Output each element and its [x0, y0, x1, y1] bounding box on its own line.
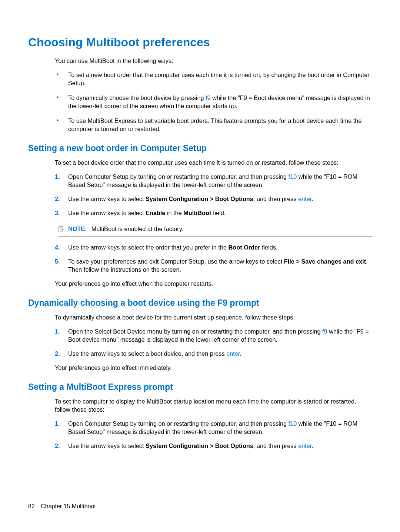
- list-item: Open Computer Setup by turning on or res…: [55, 173, 372, 189]
- text: To set a new boot order that the compute…: [68, 71, 370, 86]
- section-outro: Your preferences go into effect when the…: [55, 280, 372, 288]
- bold-text: MultiBoot: [183, 210, 211, 216]
- key-text: enter: [298, 442, 311, 449]
- bold-text: Enable: [146, 210, 165, 216]
- ordered-list: Open Computer Setup by turning on or res…: [55, 173, 372, 217]
- list-item: Open Computer Setup by turning on or res…: [55, 419, 372, 436]
- page-content: Choosing Multiboot preferences You can u…: [0, 0, 400, 450]
- text: Open Computer Setup by turning on or res…: [68, 173, 289, 180]
- intro-text: You can use MultiBoot in the following w…: [55, 57, 372, 65]
- page-number: 82: [28, 503, 35, 509]
- section-heading: Dynamically choosing a boot device using…: [28, 298, 372, 308]
- text: Open Computer Setup by turning on or res…: [68, 420, 289, 427]
- text: Use the arrow keys to select: [68, 195, 146, 202]
- list-item: To use MultiBoot Express to set variable…: [55, 117, 372, 133]
- section-heading: Setting a MultiBoot Express prompt: [28, 382, 372, 392]
- intro-block: You can use MultiBoot in the following w…: [55, 57, 372, 133]
- list-item: To save your preferences and exit Comput…: [55, 257, 372, 274]
- section-heading: Setting a new boot order in Computer Set…: [28, 143, 372, 153]
- text: To use MultiBoot Express to set variable…: [68, 117, 361, 132]
- text: To dynamically choose the boot device by…: [68, 94, 206, 101]
- list-item: Use the arrow keys to select a boot devi…: [55, 349, 372, 358]
- list-item: Use the arrow keys to select System Conf…: [55, 442, 372, 450]
- bold-text: File > Save changes and exit: [284, 258, 366, 265]
- list-item: Use the arrow keys to select System Conf…: [55, 195, 372, 203]
- ordered-list: Open the Select Boot Device menu by turn…: [55, 327, 372, 358]
- svg-rect-0: [59, 227, 63, 232]
- section-outro: Your preferences go into effect immediat…: [55, 364, 372, 372]
- bold-text: System Configuration > Boot Options: [146, 442, 253, 449]
- key-text: f9: [206, 94, 211, 101]
- section3-body: To set the computer to display the Multi…: [55, 397, 372, 450]
- text: Use the arrow keys to select the order t…: [68, 244, 229, 251]
- text: , and then press: [253, 442, 298, 449]
- text: in the: [165, 210, 183, 216]
- key-text: enter: [298, 195, 311, 202]
- note-icon: [58, 226, 65, 234]
- text: Open the Select Boot Device menu by turn…: [68, 328, 322, 335]
- chapter-label: Chapter 15 Multiboot: [41, 503, 96, 509]
- section-intro: To set a boot device order that the comp…: [55, 158, 372, 167]
- ordered-list-cont: Use the arrow keys to select the order t…: [55, 243, 372, 274]
- main-heading: Choosing Multiboot preferences: [28, 36, 372, 49]
- note-label: NOTE:: [68, 225, 87, 232]
- ordered-list: Open Computer Setup by turning on or res…: [55, 419, 372, 450]
- note-content: NOTE:MultiBoot is enabled at the factory…: [68, 225, 183, 232]
- key-text: f10: [289, 173, 297, 180]
- list-item: Open the Select Boot Device menu by turn…: [55, 327, 372, 344]
- bold-text: System Configuration > Boot Options: [146, 195, 253, 202]
- page-footer: 82 Chapter 15 Multiboot: [28, 503, 96, 510]
- list-item: Use the arrow keys to select Enable in t…: [55, 209, 372, 217]
- text: field.: [211, 210, 226, 216]
- text: .: [240, 350, 241, 357]
- text: Use the arrow keys to select a boot devi…: [68, 350, 226, 357]
- section-intro: To set the computer to display the Multi…: [55, 397, 372, 414]
- section1-body: To set a boot device order that the comp…: [55, 158, 372, 288]
- text: .: [311, 195, 313, 202]
- key-text: f9: [322, 328, 327, 335]
- text: Use the arrow keys to select: [68, 442, 146, 449]
- note-box: NOTE:MultiBoot is enabled at the factory…: [58, 223, 372, 237]
- bold-text: Boot Order: [229, 244, 260, 251]
- bullet-list: To set a new boot order that the compute…: [55, 71, 372, 133]
- key-text: f10: [289, 420, 297, 427]
- note-text: MultiBoot is enabled at the factory.: [91, 225, 184, 232]
- text: To save your preferences and exit Comput…: [68, 258, 284, 265]
- text: .: [311, 442, 313, 449]
- text: Use the arrow keys to select: [68, 210, 146, 216]
- text: fields.: [260, 244, 278, 251]
- list-item: To set a new boot order that the compute…: [55, 71, 372, 87]
- section2-body: To dynamically choose a boot device for …: [55, 313, 372, 372]
- key-text: enter: [226, 350, 240, 357]
- list-item: Use the arrow keys to select the order t…: [55, 243, 372, 251]
- text: , and then press: [253, 195, 298, 202]
- list-item: To dynamically choose the boot device by…: [55, 94, 372, 110]
- section-intro: To dynamically choose a boot device for …: [55, 313, 372, 321]
